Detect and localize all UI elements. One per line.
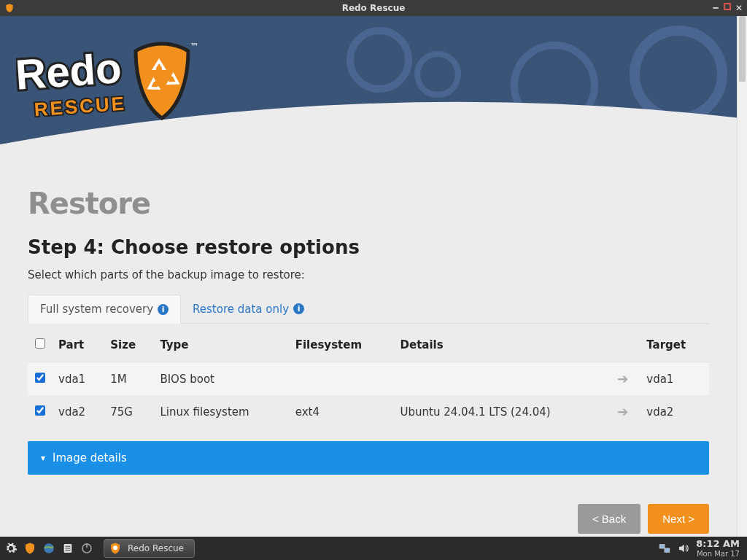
wizard-buttons: < Back Next > — [28, 504, 709, 534]
cell-type: BIOS boot — [154, 362, 289, 396]
instruction-text: Select which parts of the backup image t… — [28, 268, 709, 281]
tab-label: Full system recovery — [40, 303, 153, 316]
taskbar-app-label: Redo Rescue — [128, 543, 184, 553]
chevron-down-icon: ▾ — [41, 453, 45, 463]
arrow-right-icon: ➔ — [617, 371, 628, 386]
col-size: Size — [104, 328, 154, 362]
svg-rect-11 — [66, 550, 71, 551]
window-title: Redo Rescue — [0, 3, 747, 13]
globe-icon[interactable] — [42, 542, 55, 555]
col-details: Details — [395, 328, 612, 362]
cell-size: 75G — [104, 395, 154, 428]
table-row: vda2 75G Linux filesystem ext4 Ubuntu 24… — [28, 395, 709, 428]
power-icon[interactable] — [80, 542, 93, 555]
table-row: vda1 1M BIOS boot ➔ vda1 — [28, 362, 709, 396]
svg-text:Redo: Redo — [16, 44, 123, 98]
row-checkbox[interactable] — [35, 373, 45, 383]
app-shield-icon — [109, 542, 122, 555]
svg-rect-15 — [659, 545, 665, 548]
vertical-scrollbar[interactable] — [737, 16, 747, 537]
cell-part: vda2 — [53, 395, 104, 428]
row-checkbox[interactable] — [35, 405, 45, 416]
taskbar-app-redo-rescue[interactable]: Redo Rescue — [104, 539, 195, 558]
tab-restore-data-only[interactable]: Restore data only i — [181, 295, 316, 323]
main-content: Restore Step 4: Choose restore options S… — [0, 155, 737, 537]
col-filesystem: Filesystem — [290, 328, 395, 362]
svg-point-14 — [113, 545, 117, 550]
col-target: Target — [640, 328, 709, 362]
svg-rect-9 — [66, 546, 71, 547]
cell-details: Ubuntu 24.04.1 LTS (24.04) — [395, 395, 612, 428]
arrow-right-icon: ➔ — [617, 404, 628, 419]
cell-details — [395, 362, 612, 396]
svg-rect-16 — [665, 548, 670, 552]
clock-time: 8:12 AM — [696, 539, 740, 549]
header-banner: Redo RESCUE ™ — [0, 16, 747, 155]
files-icon[interactable] — [61, 542, 74, 555]
app-window: Redo RESCUE ™ Restore Step 4: Choose res… — [0, 16, 747, 537]
svg-text:™: ™ — [190, 42, 198, 52]
volume-icon[interactable] — [677, 542, 690, 555]
col-type: Type — [154, 328, 289, 362]
back-button[interactable]: < Back — [578, 504, 640, 534]
cell-filesystem — [290, 362, 395, 396]
cell-filesystem: ext4 — [290, 395, 395, 428]
cell-size: 1M — [104, 362, 154, 396]
cell-type: Linux filesystem — [154, 395, 289, 428]
svg-rect-10 — [66, 548, 71, 548]
network-icon[interactable] — [658, 542, 671, 555]
next-button[interactable]: Next > — [648, 504, 709, 534]
svg-text:RESCUE: RESCUE — [34, 92, 127, 120]
info-icon[interactable]: i — [293, 303, 304, 314]
settings-gear-icon[interactable] — [4, 542, 18, 555]
cell-part: vda1 — [53, 362, 104, 396]
select-all-checkbox[interactable] — [35, 338, 45, 349]
restore-mode-tabs: Full system recovery i Restore data only… — [28, 295, 709, 324]
page-title: Restore — [28, 187, 709, 220]
window-titlebar: Redo Rescue ━ ✕ — [0, 0, 747, 16]
os-taskbar: Redo Rescue 8:12 AM Mon Mar 17 — [0, 537, 747, 560]
svg-point-7 — [44, 543, 54, 553]
clock-date: Mon Mar 17 — [696, 550, 740, 558]
partition-table: Part Size Type Filesystem Details Target… — [28, 328, 709, 428]
tab-full-system-recovery[interactable]: Full system recovery i — [28, 295, 181, 324]
redo-shield-icon[interactable] — [23, 542, 36, 555]
svg-rect-13 — [86, 543, 88, 548]
image-details-toggle[interactable]: ▾ Image details — [28, 441, 709, 475]
col-part: Part — [53, 328, 104, 362]
redo-rescue-logo: Redo RESCUE ™ — [16, 38, 198, 125]
scrollbar-thumb[interactable] — [739, 16, 746, 82]
step-title: Step 4: Choose restore options — [28, 236, 709, 258]
info-icon[interactable]: i — [158, 304, 169, 315]
taskbar-clock[interactable]: 8:12 AM Mon Mar 17 — [696, 539, 743, 557]
cell-target: vda2 — [640, 395, 709, 428]
cell-target: vda1 — [640, 362, 709, 396]
image-details-label: Image details — [53, 451, 127, 464]
tab-label: Restore data only — [193, 303, 289, 316]
